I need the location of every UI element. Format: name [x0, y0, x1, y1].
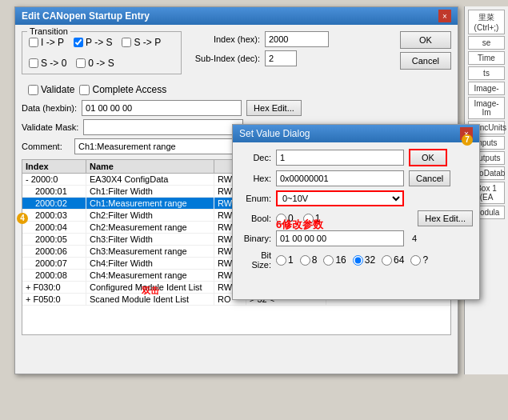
right-item-ctrl[interactable]: 里菜(Ctrl+;) [468, 10, 505, 34]
checkbox-s-0-input[interactable] [29, 58, 38, 68]
sv-ok-btn[interactable]: OK [409, 149, 447, 166]
sv-binary-input[interactable] [276, 230, 404, 246]
sv-bit-64-label: 64 [394, 254, 404, 266]
annotation-6: 6修改参数 [276, 218, 323, 232]
sv-bit-8: 8 [300, 254, 318, 266]
td-name: Ch4:Measurement range [86, 270, 214, 281]
sv-dec-label: Dec: [239, 153, 271, 162]
sv-bit-32-radio[interactable] [353, 255, 363, 266]
th-name: Name [86, 160, 214, 173]
sv-enum-label: Enum: [239, 194, 271, 203]
right-item-time[interactable]: Time [468, 51, 505, 65]
cancel-button[interactable]: Cancel [400, 52, 451, 70]
sv-cancel-btn[interactable]: Cancel [409, 170, 450, 186]
checkbox-0-s-input[interactable] [76, 58, 86, 68]
index-row: Index (hex): [188, 31, 394, 47]
index-label: Index (hex): [188, 34, 260, 44]
validate-label: Validate [41, 84, 74, 95]
checkbox-0-s: 0 -> S [76, 58, 114, 69]
checkbox-s-p-label: S -> P [134, 37, 161, 48]
checkbox-p-s-input[interactable] [74, 38, 83, 47]
validate-checkbox-input[interactable] [28, 85, 38, 95]
comment-label: Comment: [22, 142, 70, 151]
sv-bit-q-label: ? [422, 254, 428, 266]
right-item-image[interactable]: Image- [468, 82, 505, 95]
sv-bit-q: ? [410, 254, 428, 266]
sv-enum-select[interactable]: 0~10V 4~20mA 0~20mA 0~5V [276, 190, 404, 206]
complete-access-label: Complete Access [92, 84, 166, 95]
comment-input[interactable] [74, 138, 234, 154]
td-index: + F050:0 [22, 294, 86, 305]
sv-bit-8-radio[interactable] [300, 255, 310, 266]
checkbox-p-s: P -> S [74, 37, 112, 48]
transition-group: Transition I -> P P -> S S -> P [22, 31, 182, 74]
sv-hex-input[interactable] [276, 170, 404, 186]
sv-bit-64-radio[interactable] [382, 255, 392, 266]
sv-dialog-body: Dec: OK Hex: Cancel Enum: 0~10V 4~20mA 0… [233, 142, 479, 280]
sv-dec-row: Dec: OK [239, 149, 473, 166]
sv-bit-16-radio[interactable] [323, 255, 334, 266]
sv-bit-q-radio[interactable] [410, 255, 421, 266]
sv-binary-row: Binary: 4 [239, 230, 473, 246]
sv-bitsize-row: Bit Size: 1 8 16 32 [239, 250, 473, 270]
subindex-label: Sub-Index (dec): [188, 54, 260, 63]
validate-mask-label: Validate Mask: [22, 122, 78, 132]
td-index: 2000:02 [22, 198, 86, 209]
checkbox-i-p-label: I -> P [41, 37, 64, 48]
complete-access-checkbox[interactable] [79, 85, 90, 95]
checkbox-i-p-input[interactable] [29, 38, 38, 47]
checkbox-0-s-label: 0 -> S [88, 58, 114, 69]
td-index: + F030:0 [22, 282, 86, 293]
ok-cancel-area: OK Cancel [400, 31, 451, 79]
td-index: 2000:06 [22, 246, 86, 257]
td-index: 2000:01 [22, 186, 86, 197]
checkbox-p-s-label: P -> S [86, 37, 112, 48]
subindex-input[interactable] [265, 50, 297, 66]
td-name: Ch1:Filter Width [86, 186, 214, 197]
right-item-imageim[interactable]: Image-Im [468, 97, 505, 119]
ok-button[interactable]: OK [400, 31, 451, 49]
sv-dec-input[interactable] [276, 150, 404, 166]
hex-edit-button[interactable]: Hex Edit... [246, 100, 302, 116]
sv-hex-edit-btn[interactable]: Hex Edit... [418, 210, 473, 226]
double-click-annotation: 双击 [142, 285, 159, 297]
sv-bit-8-label: 8 [312, 254, 318, 266]
complete-access: Complete Access [79, 84, 166, 95]
sv-bitsize-label: Bit Size: [239, 250, 271, 270]
sv-binary-suffix: 4 [412, 234, 417, 243]
td-index: 2000:04 [22, 222, 86, 233]
sv-dialog-titlebar: Set Value Dialog × [233, 125, 479, 142]
sv-bit-1-radio[interactable] [276, 255, 286, 266]
td-name: Ch3:Filter Width [86, 234, 214, 245]
checkbox-s-p-input[interactable] [122, 38, 131, 47]
validate-row: Validate Complete Access [28, 84, 451, 95]
sv-bit-1-label: 1 [288, 254, 294, 266]
checkbox-s-p: S -> P [122, 37, 161, 48]
sv-bit-32: 32 [353, 254, 375, 266]
data-input[interactable] [82, 100, 242, 116]
sv-bool-row: Bool: 0 1 Hex Edit... [239, 210, 473, 226]
right-item-se[interactable]: se [468, 36, 505, 50]
sv-enum-row: Enum: 0~10V 4~20mA 0~20mA 0~5V [239, 190, 473, 206]
sv-bit-1: 1 [276, 254, 294, 266]
td-name: Ch3:Measurement range [86, 246, 214, 257]
index-input[interactable] [265, 31, 329, 47]
validate-mask-input[interactable] [83, 119, 243, 135]
sv-dialog-title: Set Value Dialog [239, 128, 310, 139]
checkbox-s-0-label: S -> 0 [41, 58, 66, 69]
main-dialog-title: Edit CANopen Startup Entry [22, 10, 150, 22]
sv-hex-row: Hex: Cancel [239, 170, 473, 186]
td-index: 2000:05 [22, 234, 86, 245]
td-name: Ch4:Filter Width [86, 258, 214, 269]
annotation-4: 4 [17, 213, 28, 224]
td-name: EA30X4 ConfigData [86, 174, 214, 185]
data-label: Data (hexbin): [22, 103, 77, 113]
right-item-ts[interactable]: ts [468, 66, 505, 80]
validate-checkbox: Validate [28, 84, 74, 95]
td-index: 2000:03 [22, 210, 86, 221]
main-dialog-close[interactable]: × [438, 10, 451, 22]
td-name: Ch2:Measurement range [86, 222, 214, 233]
td-index: - 2000:0 [22, 174, 86, 185]
td-index: 2000:07 [22, 258, 86, 269]
sv-binary-label: Binary: [239, 234, 271, 243]
